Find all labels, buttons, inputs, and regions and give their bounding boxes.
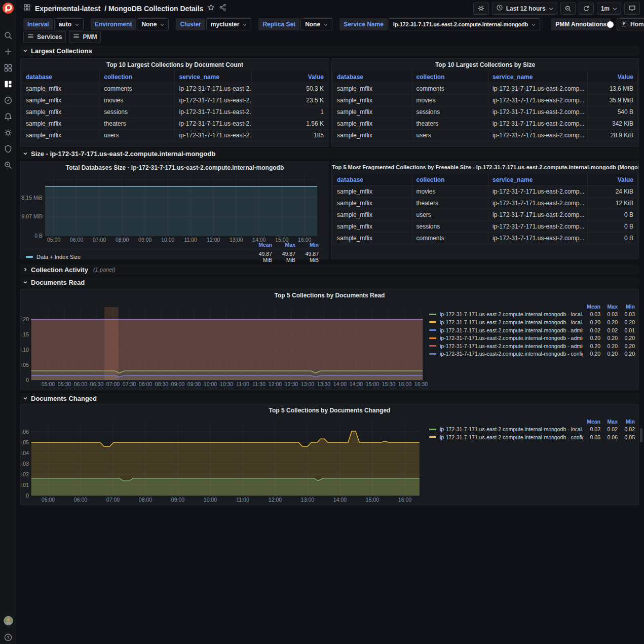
column-header-value[interactable]: Value — [587, 71, 637, 83]
time-range-picker[interactable]: Last 12 hours — [492, 3, 557, 15]
svg-text:09:30: 09:30 — [187, 381, 201, 387]
column-header-value[interactable]: Value — [587, 174, 637, 185]
legend-series-name[interactable]: ip-172-31-7-171.us-east-2.compute.intern… — [440, 434, 583, 440]
link-services-button[interactable]: Services — [23, 31, 66, 43]
legend-row: Data + Index Size 49.87 MiB 49.87 MiB 49… — [26, 251, 319, 263]
section-header-documents-changed[interactable]: Documents Changed — [20, 393, 639, 403]
svg-text:14:30: 14:30 — [350, 381, 363, 387]
zoom-out-button[interactable] — [560, 3, 576, 15]
legend-series-name[interactable]: ip-172-31-7-171.us-east-2.compute.intern… — [440, 426, 583, 432]
svg-text:12:30: 12:30 — [285, 381, 298, 387]
legend-series-name[interactable]: ip-172-31-7-171.us-east-2.compute.intern… — [440, 319, 583, 325]
panel-total-databases-size: Total Databases Size - ip-172-31-7-171.u… — [20, 161, 329, 259]
table-row: sample_mflixsessionsip-172-31-7-171.us-e… — [22, 106, 328, 118]
filter-value-replica-set[interactable]: None — [300, 18, 332, 30]
query-analytics-icon[interactable] — [4, 160, 13, 170]
svg-text:08:00: 08:00 — [139, 497, 152, 503]
table-row: sample_mflixusersip-172-31-7-171.us-east… — [333, 129, 638, 141]
cell-database: sample_mflix — [333, 94, 412, 106]
legend-series-name[interactable]: ip-172-31-7-171.us-east-2.compute.intern… — [440, 343, 583, 349]
panel-title[interactable]: Top 10 Largest Collections by Document C… — [21, 61, 329, 68]
legend-series-name[interactable]: ip-172-31-7-171.us-east-2.compute.intern… — [440, 311, 583, 317]
panel-library-icon[interactable] — [4, 79, 13, 89]
column-header-service_name[interactable]: service_name — [488, 174, 588, 185]
avatar[interactable] — [4, 616, 13, 625]
svg-text:09:00: 09:00 — [171, 497, 184, 503]
chevron-down-icon — [23, 396, 28, 401]
cell-value: 540 B — [587, 106, 637, 118]
svg-text:38.15 MiB: 38.15 MiB — [21, 195, 43, 201]
legend-stat-mean: 0.20 — [583, 335, 600, 341]
legend-series-name[interactable]: ip-172-31-7-171.us-east-2.compute.intern… — [440, 327, 583, 333]
breadcrumb-dashboard[interactable]: Experimental-latest — [35, 5, 100, 13]
share-icon[interactable] — [219, 4, 226, 13]
security-shield-icon[interactable] — [4, 144, 13, 154]
dashboard-settings-button[interactable] — [473, 3, 489, 15]
svg-text:0.04: 0.04 — [21, 450, 29, 456]
filter-value-cluster[interactable]: mycluster — [206, 18, 252, 30]
column-header-database[interactable]: database — [22, 71, 100, 83]
legend-stat-max: 0.20 — [600, 343, 618, 349]
legend-stat-min: 0.02 — [618, 426, 635, 432]
column-header-collection[interactable]: collection — [412, 174, 488, 185]
dashboards-icon[interactable] — [4, 63, 13, 72]
column-header-database[interactable]: database — [333, 71, 412, 83]
cell-value: 185 — [251, 129, 328, 141]
legend-stat-headers: MeanMaxMin — [249, 242, 319, 248]
alerting-bell-icon[interactable] — [4, 111, 13, 121]
column-header-collection[interactable]: collection — [412, 71, 488, 83]
link-home-button[interactable]: Home — [617, 18, 644, 30]
panel-title[interactable]: Top 5 Most Fragmented Collections by Fre… — [332, 164, 638, 170]
legend-stat-min: 0.05 — [618, 434, 635, 440]
column-header-database[interactable]: database — [333, 174, 412, 185]
column-header-service_name[interactable]: service_name — [175, 71, 251, 83]
legend-stat-max: 0.02 — [600, 327, 618, 333]
legend-series-name[interactable]: ip-172-31-7-171.us-east-2.compute.intern… — [440, 351, 583, 357]
link-pmm-button[interactable]: PMM — [69, 31, 101, 43]
create-plus-icon[interactable] — [4, 47, 13, 56]
explore-compass-icon[interactable] — [4, 95, 13, 105]
column-header-value[interactable]: Value — [251, 71, 328, 83]
star-icon[interactable] — [207, 4, 215, 13]
legend-row: ip-172-31-7-171.us-east-2.compute.intern… — [429, 342, 635, 350]
kiosk-mode-button[interactable] — [624, 3, 640, 15]
filter-value-service-name[interactable]: ip-172-31-7-171.us-east-2.compute.intern… — [389, 18, 540, 30]
cell-database: sample_mflix — [333, 232, 412, 244]
time-range-label: Last 12 hours — [506, 5, 546, 12]
cell-database: sample_mflix — [333, 118, 412, 129]
cell-value: 35.9 MiB — [587, 94, 637, 106]
cell-service_name: ip-172-31-7-171.us-east-2.comp... — [175, 118, 251, 129]
configuration-gear-icon[interactable] — [4, 128, 13, 137]
page-scrollbar[interactable] — [640, 428, 642, 442]
percona-logo[interactable] — [2, 2, 14, 14]
table-row: sample_mflixsessionsip-172-31-7-171.us-e… — [333, 106, 638, 118]
filter-value-environment[interactable]: None — [137, 18, 169, 30]
svg-text:13:00: 13:00 — [301, 381, 314, 387]
cell-collection: theaters — [412, 197, 488, 209]
section-header-largest-collections[interactable]: Largest Collections — [20, 46, 639, 56]
section-header-size[interactable]: Size - ip-172-31-7-171.us-east-2.compute… — [20, 148, 639, 159]
legend-series-name[interactable]: Data + Index Size — [36, 254, 81, 260]
legend-series-name[interactable]: ip-172-31-7-171.us-east-2.compute.intern… — [440, 335, 583, 341]
help-icon[interactable]: ? — [4, 632, 13, 642]
section-header-documents-read[interactable]: Documents Read — [20, 277, 639, 287]
search-icon[interactable] — [4, 30, 13, 40]
refresh-button[interactable] — [579, 3, 594, 15]
cell-value: 23.5 K — [251, 94, 328, 106]
column-header-collection[interactable]: collection — [100, 71, 175, 83]
svg-text:11:00: 11:00 — [236, 381, 249, 387]
svg-text:12:00: 12:00 — [207, 237, 220, 243]
section-header-collection-activity[interactable]: Collection Activity (1 panel) — [20, 264, 639, 275]
column-header-service_name[interactable]: service_name — [488, 71, 588, 83]
legend-header-row: MeanMaxMin — [429, 418, 635, 426]
panel-title[interactable]: Top 10 Largest Collections by Size — [332, 61, 638, 68]
refresh-interval-dropdown[interactable]: 1m — [597, 3, 621, 15]
cell-collection: users — [412, 209, 488, 220]
section-title: Documents Changed — [31, 395, 97, 402]
legend-swatch — [429, 337, 436, 339]
cell-database: sample_mflix — [333, 185, 412, 197]
cell-service_name: ip-172-31-7-171.us-east-2.comp... — [488, 220, 588, 232]
filter-value-interval[interactable]: auto — [54, 18, 84, 30]
cell-collection: comments — [412, 232, 488, 244]
section-title: Collection Activity — [31, 266, 88, 274]
